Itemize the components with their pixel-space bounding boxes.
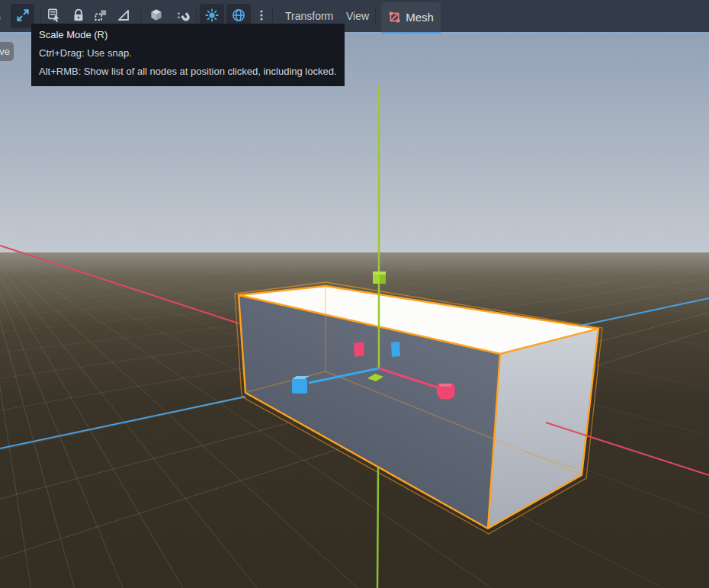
world-z-axis-right — [580, 298, 709, 326]
view-menu-button[interactable]: View — [340, 5, 375, 27]
mesh-icon — [388, 11, 401, 24]
gizmo-x-plane-handle[interactable] — [354, 342, 364, 357]
gizmo-z-plane-handle[interactable] — [391, 342, 400, 357]
gizmo-x-scale-handle[interactable] — [437, 384, 455, 400]
gizmo-y-scale-handle[interactable] — [373, 272, 386, 284]
grid-line — [0, 238, 709, 294]
selected-box-mesh[interactable] — [235, 282, 602, 534]
tooltip-line-3: Alt+RMB: Show list of all nodes at posit… — [39, 63, 337, 81]
mesh-menu-label: Mesh — [406, 11, 434, 24]
godot-3d-editor: Transform View Mesh ive Scale Mode (R) C… — [0, 0, 709, 588]
tooltip-line-2: Ctrl+Drag: Use snap. — [39, 44, 337, 63]
perspective-button-partial[interactable]: ive — [0, 42, 14, 61]
scene-overlay — [0, 34, 709, 588]
world-z-axis-left — [0, 397, 245, 448]
viewport-focus-border-accent — [381, 32, 441, 34]
grid-line — [0, 249, 709, 275]
toolbar-separator — [375, 6, 376, 26]
box-right-face — [488, 329, 598, 529]
3d-viewport[interactable] — [0, 34, 709, 588]
scale-mode-tooltip: Scale Mode (R) Ctrl+Drag: Use snap. Alt+… — [31, 24, 345, 86]
mesh-menu-button[interactable]: Mesh — [381, 2, 441, 32]
world-y-axis-lower — [377, 468, 378, 588]
tooltip-title: Scale Mode (R) — [39, 26, 337, 44]
